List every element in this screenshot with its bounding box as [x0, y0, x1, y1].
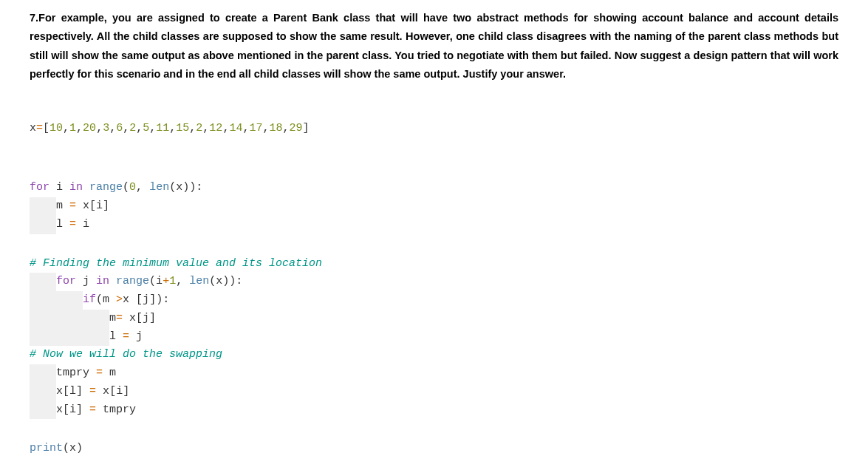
code-token: 17 — [249, 122, 262, 134]
code-token: tmpry — [96, 403, 136, 416]
code-token: + — [163, 275, 169, 287]
indent — [30, 328, 109, 347]
code-token: 10 — [49, 122, 63, 134]
code-token: x — [96, 385, 109, 398]
code-line-l-assign: l = i — [30, 216, 838, 234]
code-token: i — [69, 403, 76, 416]
code-token: , — [149, 122, 156, 134]
code-token: [ — [109, 385, 116, 398]
code-token: 3 — [103, 122, 109, 134]
code-token — [83, 181, 89, 194]
code-token: ) — [76, 442, 83, 454]
code-token: ( — [209, 275, 216, 287]
code-token: = — [89, 385, 96, 398]
code-token: [ — [63, 385, 69, 398]
code-token: for — [56, 275, 76, 287]
code-token: len — [149, 181, 169, 194]
code-token: 18 — [269, 122, 282, 134]
code-token: 1 — [69, 122, 76, 134]
code-token: x — [30, 122, 36, 134]
code-token: len — [189, 275, 209, 287]
code-token: i — [96, 200, 103, 212]
code-token: 11 — [156, 122, 169, 134]
code-token: j — [143, 312, 149, 324]
code-token: 2 — [196, 122, 202, 134]
code-token: = — [89, 403, 96, 416]
code-line-m-assign: m = x[i] — [30, 197, 838, 216]
code-token: j — [129, 330, 143, 343]
code-token: [ — [89, 200, 96, 212]
code-token: ] — [76, 403, 83, 416]
code-line-if: if(m >x [j]): — [30, 291, 838, 310]
code-token: [ — [136, 312, 143, 324]
code-token: = — [123, 330, 129, 343]
code-token: = — [96, 367, 103, 379]
question-text: 7.For example, you are assigned to creat… — [30, 9, 838, 84]
code-blank — [30, 234, 838, 255]
code-token: , — [76, 122, 83, 134]
code-token: ) — [156, 293, 163, 306]
code-token: ) — [182, 181, 189, 194]
code-token: # Finding the minimum value and its loca… — [30, 257, 322, 270]
code-token: ] — [303, 122, 310, 134]
code-token: ) — [229, 275, 236, 287]
code-token: 14 — [229, 122, 242, 134]
code-token: , — [96, 122, 103, 134]
code-line-comment-1: # Finding the minimum value and its loca… — [30, 255, 838, 273]
code-block: x=[10,1,20,3,6,2,5,11,15,2,12,14,17,18,2… — [30, 120, 838, 459]
code-line-l-update: l = j — [30, 328, 838, 347]
code-token: : — [236, 275, 242, 287]
code-token: [ — [136, 293, 143, 306]
code-token: ] — [123, 385, 129, 398]
code-token: # Now we will do the swapping — [30, 348, 222, 361]
code-token: x — [176, 181, 182, 194]
code-token: ( — [96, 293, 103, 306]
code-token: 20 — [83, 122, 96, 134]
code-line-m-update: m= x[j] — [30, 310, 838, 328]
indent — [30, 273, 56, 291]
code-token: 1 — [169, 275, 176, 287]
code-token: > — [116, 293, 123, 306]
code-token: in — [96, 275, 109, 287]
code-token: 6 — [116, 122, 123, 134]
code-token: = — [69, 218, 76, 231]
indent — [30, 310, 109, 328]
code-token: i — [116, 385, 123, 398]
code-token: x — [56, 385, 63, 398]
code-token: m — [56, 200, 69, 212]
code-blank — [30, 419, 838, 440]
code-token: x — [56, 403, 63, 416]
code-token: j — [143, 293, 149, 306]
code-line-swap1: x[l] = x[i] — [30, 383, 838, 401]
code-token: , — [176, 275, 189, 287]
code-token: ( — [63, 442, 69, 454]
indent — [30, 364, 56, 383]
code-token: range — [116, 275, 149, 287]
code-blank — [30, 158, 838, 179]
code-token: , — [109, 122, 116, 134]
code-token: = — [116, 312, 123, 324]
code-line-1: x=[10,1,20,3,6,2,5,11,15,2,12,14,17,18,2… — [30, 120, 838, 138]
code-token: i — [49, 181, 69, 194]
code-line-for-inner: for j in range(i+1, len(x)): — [30, 273, 838, 291]
code-token: x — [76, 200, 89, 212]
code-blank — [30, 137, 838, 158]
code-token: x — [123, 293, 136, 306]
code-token: ( — [123, 181, 129, 194]
code-token: 2 — [129, 122, 136, 134]
code-token: l — [56, 218, 69, 231]
code-token: ] — [103, 200, 109, 212]
code-token: if — [83, 293, 96, 306]
code-token: : — [196, 181, 202, 194]
indent — [30, 401, 56, 420]
code-token: 12 — [209, 122, 222, 134]
code-line-print: print(x) — [30, 440, 838, 458]
indent — [30, 197, 56, 216]
indent — [30, 291, 83, 310]
code-token: i — [156, 275, 163, 287]
indent — [30, 216, 56, 234]
code-token: ) — [222, 275, 229, 287]
code-token: tmpry — [56, 367, 96, 379]
code-token: m — [103, 367, 116, 379]
code-token: in — [69, 181, 83, 194]
